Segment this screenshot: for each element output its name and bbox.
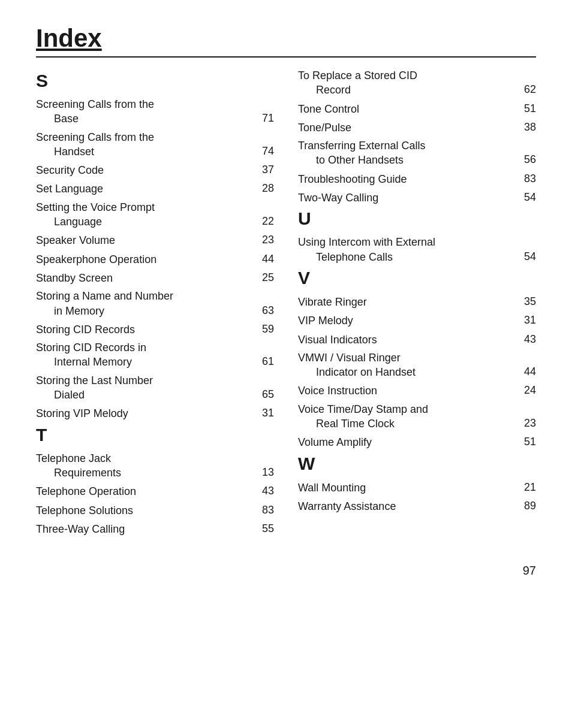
entry-page-number: 51 xyxy=(518,101,536,116)
entry-page-number: 31 xyxy=(518,313,536,328)
entry-continuation: Record xyxy=(298,83,518,97)
index-entry: Volume Amplify51 xyxy=(298,434,536,449)
entry-text: Screening Calls from theBase xyxy=(36,97,256,126)
entry-text: Tone Control xyxy=(298,102,518,116)
entry-page-number: 43 xyxy=(256,484,274,499)
index-entry: Telephone Operation43 xyxy=(36,484,274,499)
entry-text: Voice Instruction xyxy=(298,383,518,398)
entry-page-number: 24 xyxy=(518,383,536,398)
index-entry: Storing CID Records59 xyxy=(36,322,274,337)
entry-text: Wall Mounting xyxy=(298,481,518,495)
entry-continuation: Internal Memory xyxy=(36,355,256,369)
entry-page-number: 55 xyxy=(256,521,274,536)
index-entry: Troubleshooting Guide83 xyxy=(298,171,536,186)
index-entry: Speaker Volume23 xyxy=(36,232,274,247)
entry-text: Warranty Assistance xyxy=(298,499,518,513)
entry-continuation: in Memory xyxy=(36,304,256,318)
index-entry: Voice Instruction24 xyxy=(298,383,536,398)
entry-continuation: Base xyxy=(36,111,256,126)
entry-page-number: 51 xyxy=(518,434,536,449)
index-entry: Storing VIP Melody31 xyxy=(36,406,274,421)
entry-text: Setting the Voice PromptLanguage xyxy=(36,200,256,229)
index-entry: Two-Way Calling54 xyxy=(298,190,536,205)
entry-text: Vibrate Ringer xyxy=(298,295,518,309)
index-entry: Storing the Last NumberDialed65 xyxy=(36,373,274,403)
entry-page-number: 28 xyxy=(256,181,274,196)
entry-page-number: 54 xyxy=(518,190,536,205)
left-column: SScreening Calls from theBase71Screening… xyxy=(36,68,274,540)
entry-page-number: 31 xyxy=(256,406,274,421)
index-entry: Screening Calls from theHandset74 xyxy=(36,130,274,159)
entry-continuation: Indicator on Handset xyxy=(298,365,518,379)
entry-continuation: Dialed xyxy=(36,388,256,402)
entry-text: Transferring External Callsto Other Hand… xyxy=(298,138,518,168)
section-letter-u: U xyxy=(298,209,536,229)
entry-page-number: 44 xyxy=(518,364,536,379)
index-entry: Voice Time/Day Stamp andReal Time Clock2… xyxy=(298,402,536,431)
entry-page-number: 83 xyxy=(256,503,274,518)
index-entry: Transferring External Callsto Other Hand… xyxy=(298,138,536,168)
entry-page-number: 62 xyxy=(518,82,536,97)
index-entry: VIP Melody31 xyxy=(298,313,536,328)
entry-page-number: 43 xyxy=(518,332,536,347)
index-entry: Visual Indicators43 xyxy=(298,332,536,347)
index-entry: Set Language28 xyxy=(36,181,274,196)
entry-page-number: 74 xyxy=(256,144,274,159)
entry-text: Troubleshooting Guide xyxy=(298,172,518,186)
entry-continuation: Real Time Clock xyxy=(298,416,518,431)
index-entry: Telephone Solutions83 xyxy=(36,503,274,518)
entry-text: Storing a Name and Numberin Memory xyxy=(36,289,256,318)
section-letter-t: T xyxy=(36,425,274,445)
section-letter-s: S xyxy=(36,71,274,91)
page-number: 97 xyxy=(523,564,536,577)
entry-text: Screening Calls from theHandset xyxy=(36,130,256,159)
index-entry: Storing CID Records inInternal Memory61 xyxy=(36,340,274,370)
entry-text: Standby Screen xyxy=(36,271,256,285)
index-entry: Screening Calls from theBase71 xyxy=(36,97,274,126)
entry-page-number: 59 xyxy=(256,322,274,337)
index-entry: Three-Way Calling55 xyxy=(36,521,274,536)
entry-text: Storing CID Records xyxy=(36,322,256,337)
entry-text: Telephone JackRequirements xyxy=(36,451,256,481)
entry-text: Using Intercom with ExternalTelephone Ca… xyxy=(298,235,518,264)
entry-page-number: 54 xyxy=(518,249,536,264)
entry-text: Speaker Volume xyxy=(36,233,256,247)
index-entry: VMWI / Visual RingerIndicator on Handset… xyxy=(298,351,536,380)
entry-text: To Replace a Stored CIDRecord xyxy=(298,68,518,98)
entry-text: VMWI / Visual RingerIndicator on Handset xyxy=(298,351,518,380)
index-entry: Speakerphone Operation44 xyxy=(36,252,274,267)
right-column: To Replace a Stored CIDRecord62Tone Cont… xyxy=(298,68,536,540)
entry-text: Volume Amplify xyxy=(298,435,518,449)
index-entry: Warranty Assistance89 xyxy=(298,499,536,513)
entry-page-number: 38 xyxy=(518,120,536,135)
entry-page-number: 23 xyxy=(518,416,536,431)
entry-page-number: 23 xyxy=(256,232,274,247)
section-letter-v: V xyxy=(298,268,536,288)
entry-text: Voice Time/Day Stamp andReal Time Clock xyxy=(298,402,518,431)
entry-text: Tone/Pulse xyxy=(298,120,518,135)
entry-continuation: Handset xyxy=(36,144,256,159)
entry-text: Two-Way Calling xyxy=(298,191,518,205)
entry-text: Telephone Operation xyxy=(36,484,256,499)
index-entry: Setting the Voice PromptLanguage22 xyxy=(36,200,274,229)
index-entry: Wall Mounting21 xyxy=(298,480,536,495)
entry-page-number: 44 xyxy=(256,252,274,267)
entry-text: Storing VIP Melody xyxy=(36,406,256,421)
entry-text: Visual Indicators xyxy=(298,333,518,347)
index-entry: Vibrate Ringer35 xyxy=(298,294,536,309)
entry-text: VIP Melody xyxy=(298,313,518,328)
entry-text: Set Language xyxy=(36,182,256,196)
entry-page-number: 21 xyxy=(518,480,536,495)
entry-page-number: 25 xyxy=(256,270,274,285)
page-title: Index xyxy=(36,24,536,53)
index-entry: Tone Control51 xyxy=(298,101,536,116)
entry-page-number: 37 xyxy=(256,162,274,177)
entry-continuation: Telephone Calls xyxy=(298,250,518,264)
entry-page-number: 61 xyxy=(256,354,274,369)
title-divider xyxy=(36,56,536,58)
entry-text: Storing the Last NumberDialed xyxy=(36,373,256,403)
entry-text: Storing CID Records inInternal Memory xyxy=(36,340,256,370)
section-letter-w: W xyxy=(298,454,536,474)
entry-page-number: 22 xyxy=(256,214,274,229)
index-entry: Tone/Pulse38 xyxy=(298,120,536,135)
